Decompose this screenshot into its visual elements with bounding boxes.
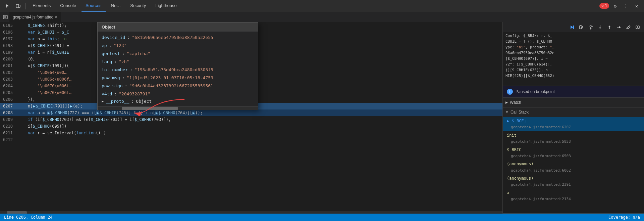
watch-label: Watch — [510, 100, 521, 105]
svg-rect-21 — [638, 26, 639, 29]
popup-scrollbar-h[interactable] — [98, 106, 258, 110]
status-bar: Line 6206, Column 24 Coverage: n/a — [0, 214, 644, 221]
device-icon[interactable] — [13, 1, 23, 11]
callstack-loc-3: gcaptcha4.js:formatted:6062 — [511, 168, 639, 174]
callstack-item-1[interactable]: init gcaptcha4.js:formatted:5853 — [503, 131, 644, 146]
tab-sources[interactable]: Sources — [82, 0, 106, 12]
callstack-fn-4: (anonymous) — [507, 175, 639, 182]
code-line-6208: 6208 var a = ▶$_CBHHO(727) === i[▶$_CBHI… — [0, 109, 502, 116]
callstack-fn-3: (anonymous) — [507, 161, 639, 167]
settings-icon[interactable]: ⚙ — [610, 1, 620, 11]
code-scrollbar-h[interactable] — [0, 211, 502, 214]
file-tab-gcaptcha[interactable]: gcaptcha4.js:formatted ✕ — [9, 12, 61, 22]
file-navigator-icon[interactable] — [1, 13, 9, 21]
code-line-6211: 6211 var r = setInterval(function() { — [0, 130, 502, 136]
error-badge: ✕ 1 — [599, 3, 609, 9]
svg-marker-16 — [608, 26, 610, 27]
popup-row-ep: ep : "123" — [98, 42, 258, 50]
callstack-fn-2: $_BBIC — [507, 147, 639, 153]
callstack-fn-5: a — [507, 190, 639, 196]
svg-marker-7 — [571, 26, 573, 29]
step-out-btn[interactable] — [606, 24, 613, 31]
tab-lighthouse[interactable]: Lighthouse — [151, 0, 181, 12]
callstack-fn-1: init — [507, 132, 639, 139]
popup-row-geetest: geetest : "captcha" — [98, 50, 258, 58]
callstack-fn-0: $_BCFj — [507, 118, 639, 124]
step-btn[interactable] — [615, 24, 623, 31]
close-icon[interactable]: ✕ — [632, 1, 641, 11]
tab-console[interactable]: Console — [56, 0, 80, 12]
callstack-loc-0: gcaptcha4.js:formatted:6207 — [511, 124, 639, 130]
popup-row-pow_msg: pow_msg : "1|0|md5|2023-01-03T16:05:18.4… — [98, 74, 258, 82]
pause-play-btn[interactable] — [578, 24, 585, 31]
tab-elements[interactable]: Elements — [29, 0, 55, 12]
code-line-6209: 6209 if (i[$_CBHHO(703)] && (e[$_CBHIE(7… — [0, 116, 502, 123]
callstack-item-4[interactable]: (anonymous) gcaptcha4.js:formatted:2391 — [503, 174, 644, 189]
svg-marker-18 — [619, 26, 621, 28]
file-tab-close[interactable]: ✕ — [55, 15, 57, 19]
resume-btn[interactable] — [568, 24, 576, 31]
callstack-item-0[interactable]: $_BCFj gcaptcha4.js:formatted:6207 — [503, 117, 644, 131]
debug-toolbar — [503, 22, 644, 32]
step-over-btn[interactable] — [587, 24, 594, 31]
more-icon[interactable]: ⋮ — [621, 1, 631, 11]
code-panel[interactable]: 6195 $_CBHGo.shift(); 6196 var $_CBHJI =… — [0, 22, 502, 214]
pause-exceptions-btn[interactable] — [634, 24, 641, 31]
toolbar-right: ✕ 1 ⚙ ⋮ ✕ — [599, 1, 641, 11]
callstack-item-5[interactable]: a gcaptcha4.js:formatted:2134 — [503, 189, 644, 203]
code-line-6210: 6210 i[$_CBHHO(695)]) — [0, 123, 502, 130]
callstack-loc-5: gcaptcha4.js:formatted:2134 — [511, 196, 639, 202]
status-left: Line 6206, Column 24 — [4, 215, 53, 220]
callstack-header[interactable]: ▼ Call Stack — [503, 107, 644, 117]
popup-title: Object — [98, 23, 258, 32]
popup-row-lang: lang : "zh" — [98, 58, 258, 66]
popup-scrollbar-thumb[interactable] — [122, 107, 178, 110]
cursor-icon[interactable] — [3, 1, 12, 11]
code-scrollbar-thumb[interactable] — [7, 211, 27, 214]
popup-body: device_id : "681b9696a6eb47950ea88750a32… — [98, 32, 258, 106]
svg-rect-8 — [573, 26, 574, 29]
svg-rect-20 — [636, 26, 637, 29]
svg-marker-12 — [590, 29, 592, 30]
popup-row-proto[interactable]: ▶ __proto__ : Object — [98, 98, 258, 104]
file-tab-bar: gcaptcha4.js:formatted ✕ — [0, 12, 644, 22]
svg-marker-14 — [599, 28, 601, 29]
callstack-list: $_BCFj gcaptcha4.js:formatted:6207 init … — [503, 117, 644, 203]
watch-section: ▶ Watch — [503, 98, 644, 107]
popup-row-lot_number: lot_number : "195a6b51a75d49bca2480cd630… — [98, 66, 258, 74]
watch-collapse-icon: ▶ — [505, 101, 508, 104]
status-right: Coverage: n/a — [608, 215, 640, 220]
right-code-context: Config, $_BBJk: r, $_ CBHIE = f (), $_CB… — [503, 32, 644, 86]
popup-row-v4td: v4td : "2049328791" — [98, 90, 258, 98]
code-line-6212: 6212 — [0, 136, 502, 143]
proto-triangle: ▶ — [102, 99, 104, 103]
callstack-loc-1: gcaptcha4.js:formatted:5853 — [511, 139, 639, 145]
step-into-btn[interactable] — [596, 24, 604, 31]
main-area: 6195 $_CBHGo.shift(); 6196 var $_CBHJI =… — [0, 22, 644, 214]
svg-rect-1 — [19, 5, 20, 7]
right-panel: Config, $_BBJk: r, $_ CBHIE = f (), $_CB… — [502, 22, 644, 214]
callstack-label: Call Stack — [511, 110, 529, 115]
callstack-section: ▼ Call Stack $_BCFj gcaptcha4.js:formatt… — [503, 107, 644, 214]
watch-header[interactable]: ▶ Watch — [503, 98, 644, 107]
callstack-collapse-icon: ▼ — [505, 110, 508, 114]
popup-row-pow_sign: pow_sign : "9d6c0b04ad3237392f6672055359… — [98, 82, 258, 90]
object-popup: Object device_id : "681b9696a6eb47950ea8… — [97, 22, 258, 110]
callstack-loc-2: gcaptcha4.js:formatted:6503 — [511, 153, 639, 159]
top-tab-bar: Elements Console Sources Ne… Security Li… — [0, 0, 644, 12]
callstack-item-3[interactable]: (anonymous) gcaptcha4.js:formatted:6062 — [503, 160, 644, 174]
popup-row-device_id: device_id : "681b9696a6eb47950ea88750a32… — [98, 34, 258, 42]
svg-rect-0 — [16, 4, 19, 8]
edit-breakpoints-btn[interactable] — [625, 24, 632, 31]
svg-line-19 — [629, 26, 630, 27]
callstack-item-2[interactable]: $_BBIC gcaptcha4.js:formatted:6503 — [503, 146, 644, 160]
callstack-loc-4: gcaptcha4.js:formatted:2391 — [511, 182, 639, 188]
tab-network[interactable]: Ne… — [107, 0, 125, 12]
breakpoint-notice: i Paused on breakpoint — [503, 86, 644, 98]
tab-security[interactable]: Security — [126, 0, 150, 12]
info-icon: i — [507, 89, 513, 95]
